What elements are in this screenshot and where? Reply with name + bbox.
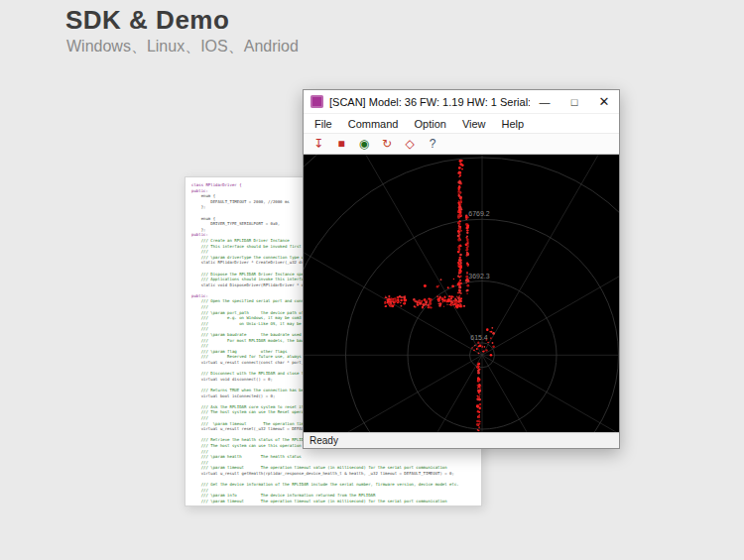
- menu-item-file[interactable]: File: [307, 118, 340, 130]
- radar-scan-points: [384, 160, 495, 432]
- maximize-button[interactable]: □: [559, 90, 589, 113]
- code-line: /// \param timeout The operation timeout…: [191, 499, 481, 504]
- radar-ring-label: 9846.2: [468, 155, 489, 156]
- help-icon[interactable]: ?: [423, 135, 442, 153]
- stop-motor-icon[interactable]: ◇: [400, 135, 420, 153]
- status-text: Ready: [310, 435, 338, 446]
- titlebar[interactable]: [SCAN] Model: 36 FW: 1.19 HW: 1 Serial: …: [304, 90, 619, 114]
- page-subtitle: Windows、Linux、IOS、Andriod: [66, 37, 299, 57]
- close-button[interactable]: ✕: [589, 90, 619, 113]
- app-icon: [310, 95, 323, 108]
- radar-plot: 615.43692.36769.29846.2: [304, 155, 619, 432]
- radar-ring-label: 3692.3: [468, 273, 489, 280]
- status-bar: Ready: [304, 432, 619, 448]
- code-line: /// Get the device information of the RP…: [191, 482, 481, 488]
- menu-item-help[interactable]: Help: [494, 118, 533, 130]
- motor-icon[interactable]: ◉: [354, 135, 374, 153]
- restart-icon[interactable]: ↻: [377, 135, 397, 153]
- menu-item-command[interactable]: Command: [340, 118, 407, 130]
- page-title: SDK & Demo: [65, 5, 229, 36]
- scan-window: [SCAN] Model: 36 FW: 1.19 HW: 1 Serial: …: [303, 89, 620, 449]
- scan-canvas[interactable]: 615.43692.36769.29846.2: [304, 155, 619, 432]
- window-title: [SCAN] Model: 36 FW: 1.19 HW: 1 Serial: …: [329, 96, 530, 108]
- toolbar: ↧■◉↻◇?: [304, 133, 619, 155]
- minimize-button[interactable]: —: [530, 90, 559, 113]
- connect-icon[interactable]: ↧: [309, 135, 328, 153]
- stop-scan-icon[interactable]: ■: [331, 135, 351, 153]
- menu-item-view[interactable]: View: [454, 118, 494, 130]
- radar-ring-label: 6769.2: [468, 210, 489, 217]
- menu-item-option[interactable]: Option: [406, 118, 453, 130]
- code-line: virtual u_result getHealth(rplidar_respo…: [191, 471, 481, 477]
- radar-ring-label: 615.4: [470, 334, 488, 341]
- window-controls: —□✕: [530, 90, 619, 113]
- menu-bar: FileCommandOptionViewHelp: [304, 114, 619, 133]
